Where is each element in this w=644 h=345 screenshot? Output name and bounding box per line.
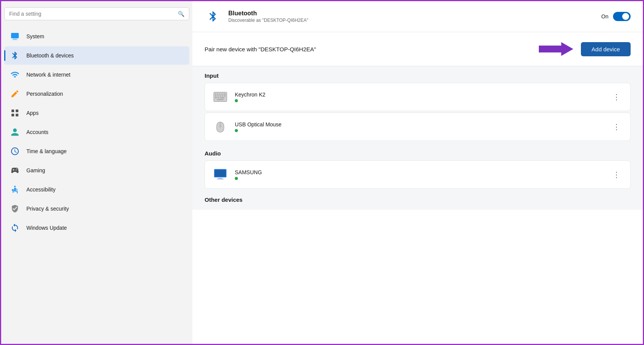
sidebar: 🔍 System Bluetooth & devices Network & i…	[1, 1, 192, 344]
svg-rect-3	[11, 110, 14, 112]
add-device-button[interactable]: Add device	[581, 42, 631, 56]
monitor-device-icon	[212, 166, 229, 183]
devices-sections: Input	[192, 66, 643, 210]
svg-rect-10	[215, 93, 216, 95]
bluetooth-toggle-label: On	[601, 13, 608, 20]
samsung-more-button[interactable]: ⋮	[610, 168, 623, 181]
bluetooth-toggle[interactable]	[613, 12, 631, 21]
sidebar-item-time[interactable]: Time & language	[4, 142, 189, 160]
svg-rect-18	[222, 95, 223, 96]
bluetooth-title-group: Bluetooth Discoverable as "DESKTOP-QI6H2…	[228, 10, 308, 23]
svg-rect-29	[218, 178, 223, 179]
svg-point-7	[14, 186, 16, 187]
sidebar-item-personalization[interactable]: Personalization	[4, 85, 189, 103]
keyboard-icon	[212, 88, 229, 105]
sidebar-item-label-network: Network & internet	[26, 72, 70, 78]
svg-rect-6	[16, 114, 18, 116]
svg-rect-5	[11, 114, 14, 116]
keychron-status	[235, 99, 610, 102]
sidebar-item-privacy[interactable]: Privacy & security	[4, 199, 189, 218]
other-devices-label: Other devices	[192, 190, 643, 207]
time-icon	[10, 146, 20, 157]
mouse-more-button[interactable]: ⋮	[610, 121, 623, 133]
arrow-icon	[539, 41, 573, 57]
svg-rect-4	[16, 110, 18, 112]
svg-rect-20	[215, 97, 217, 98]
audio-section: Audio SAMSUNG ⋮	[192, 144, 643, 189]
svg-rect-22	[220, 97, 224, 98]
svg-marker-8	[539, 42, 573, 56]
sidebar-item-system[interactable]: System	[4, 27, 189, 46]
gaming-icon	[10, 165, 20, 176]
svg-rect-19	[224, 95, 226, 96]
bluetooth-title: Bluetooth	[228, 10, 308, 17]
bluetooth-toggle-group: On	[601, 12, 631, 21]
network-icon	[10, 69, 20, 80]
svg-rect-16	[217, 95, 219, 96]
sidebar-item-update[interactable]: Windows Update	[4, 219, 189, 237]
input-section-label: Input	[205, 66, 631, 83]
audio-section-label: Audio	[205, 144, 631, 160]
mouse-info: USB Optical Mouse	[235, 121, 610, 132]
bluetooth-header-left: Bluetooth Discoverable as "DESKTOP-QI6H2…	[205, 8, 308, 25]
pair-device-row: Pair new device with "DESKTOP-QI6H2EA" A…	[192, 32, 643, 66]
sidebar-item-label-update: Windows Update	[26, 225, 67, 231]
search-icon: 🔍	[178, 11, 184, 17]
pair-device-right: Add device	[539, 41, 631, 57]
svg-rect-13	[221, 93, 223, 95]
keychron-status-dot	[235, 99, 238, 102]
sidebar-item-bluetooth[interactable]: Bluetooth & devices	[4, 46, 189, 65]
search-box[interactable]: 🔍	[4, 7, 189, 20]
sidebar-item-network[interactable]: Network & internet	[4, 65, 189, 84]
keychron-info: Keychron K2	[235, 92, 610, 102]
main-content: Bluetooth Discoverable as "DESKTOP-QI6H2…	[192, 1, 643, 344]
bluetooth-subtitle: Discoverable as "DESKTOP-QI6H2EA"	[228, 18, 308, 23]
svg-rect-2	[12, 39, 18, 40]
system-icon	[10, 31, 20, 42]
svg-rect-28	[215, 170, 226, 177]
input-section: Input	[192, 66, 643, 141]
sidebar-item-accessibility[interactable]: Accessibility	[4, 180, 189, 199]
device-card-keychron: Keychron K2 ⋮	[205, 83, 631, 111]
search-input[interactable]	[9, 11, 175, 17]
svg-rect-30	[217, 179, 224, 180]
sidebar-item-label-bluetooth: Bluetooth & devices	[26, 52, 74, 59]
privacy-icon	[10, 203, 20, 214]
pair-device-text: Pair new device with "DESKTOP-QI6H2EA"	[205, 46, 316, 52]
sidebar-item-label-accounts: Accounts	[26, 129, 49, 135]
sidebar-item-label-time: Time & language	[26, 148, 67, 154]
mouse-status-dot	[235, 129, 238, 132]
svg-rect-12	[219, 93, 221, 95]
mouse-status	[235, 129, 610, 132]
svg-rect-1	[13, 39, 17, 39]
bluetooth-header-row: Bluetooth Discoverable as "DESKTOP-QI6H2…	[192, 1, 643, 32]
svg-rect-9	[214, 92, 227, 102]
samsung-info: SAMSUNG	[235, 169, 610, 180]
svg-rect-17	[220, 95, 221, 96]
personalization-icon	[10, 88, 20, 99]
bluetooth-header-icon	[205, 8, 221, 25]
svg-point-26	[219, 125, 221, 127]
samsung-status	[235, 177, 610, 180]
device-card-mouse: USB Optical Mouse ⋮	[205, 113, 631, 141]
svg-rect-21	[218, 97, 219, 98]
sidebar-item-label-accessibility: Accessibility	[26, 186, 55, 193]
sidebar-item-accounts[interactable]: Accounts	[4, 123, 189, 141]
svg-rect-23	[217, 99, 223, 100]
accounts-icon	[10, 127, 20, 137]
update-icon	[10, 222, 20, 233]
keychron-name: Keychron K2	[235, 92, 610, 98]
svg-rect-15	[215, 95, 217, 96]
sidebar-item-gaming[interactable]: Gaming	[4, 161, 189, 180]
device-card-samsung: SAMSUNG ⋮	[205, 160, 631, 189]
keychron-more-button[interactable]: ⋮	[610, 91, 623, 103]
svg-rect-0	[11, 33, 19, 38]
sidebar-item-label-gaming: Gaming	[26, 167, 45, 173]
sidebar-item-label-privacy: Privacy & security	[26, 206, 69, 212]
sidebar-item-apps[interactable]: Apps	[4, 104, 189, 122]
bluetooth-icon	[10, 50, 20, 61]
svg-rect-11	[217, 93, 218, 95]
sidebar-item-label-personalization: Personalization	[26, 91, 63, 97]
mouse-icon	[212, 118, 229, 135]
sidebar-item-label-system: System	[26, 33, 44, 39]
